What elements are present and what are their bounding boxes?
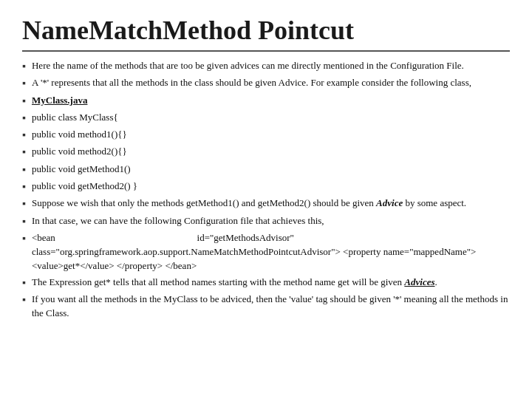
- bullet-text-3: MyClass.java: [32, 94, 510, 108]
- bullet-text-11: <bean id="getMethodsAdvisor" class="org.…: [32, 231, 510, 273]
- list-item: <bean id="getMethodsAdvisor" class="org.…: [22, 231, 510, 273]
- list-item: In that case, we can have the following …: [22, 214, 510, 229]
- bullet-text-6: public void method2(){}: [32, 145, 510, 159]
- list-item: A '*' represents that all the methods in…: [22, 76, 510, 91]
- list-item: public void getMethod2() }: [22, 180, 510, 194]
- bullet-list: Here the name of the methods that are to…: [22, 59, 510, 320]
- bullet-text-4: public class MyClass{: [32, 111, 510, 125]
- bullet-text-5: public void method1(){}: [32, 128, 510, 142]
- list-item: If you want all the methods in the MyCla…: [22, 293, 510, 321]
- list-item: Here the name of the methods that are to…: [22, 59, 510, 74]
- bullet-text-8: public void getMethod2() }: [32, 180, 510, 194]
- myclass-java-label: MyClass.java: [32, 95, 87, 106]
- content-area: Here the name of the methods that are to…: [22, 59, 510, 320]
- list-item: public void method2(){}: [22, 145, 510, 160]
- list-item: public void method1(){}: [22, 128, 510, 143]
- bullet-text-7: public void getMethod1(): [32, 163, 510, 177]
- advices-label: Advices: [404, 276, 434, 287]
- bullet-text-1: Here the name of the methods that are to…: [32, 59, 510, 73]
- list-item: The Expression get* tells that all metho…: [22, 276, 510, 290]
- bullet-text-10: In that case, we can have the following …: [32, 214, 510, 228]
- list-item: public void getMethod1(): [22, 163, 510, 177]
- advice-italic-2: Advices: [404, 276, 434, 287]
- list-item: Suppose we wish that only the methods ge…: [22, 197, 510, 211]
- list-item: MyClass.java: [22, 94, 510, 109]
- page-title: NameMatchMethod Pointcut: [22, 15, 510, 52]
- bullet-text-13: If you want all the methods in the MyCla…: [32, 293, 510, 321]
- advice-italic-1: Advice: [376, 197, 403, 208]
- bullet-text-12: The Expression get* tells that all metho…: [32, 276, 510, 290]
- bullet-text-9: Suppose we wish that only the methods ge…: [32, 197, 510, 211]
- bullet-text-2: A '*' represents that all the methods in…: [32, 76, 510, 90]
- list-item: public class MyClass{: [22, 111, 510, 126]
